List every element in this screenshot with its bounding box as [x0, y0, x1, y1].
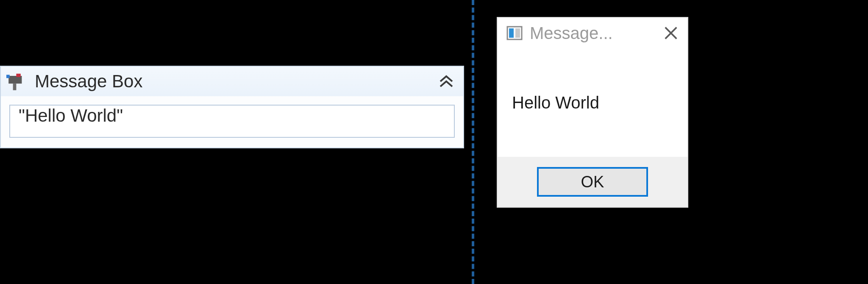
divider — [472, 0, 474, 284]
activity-body: "Hello World" — [1, 96, 463, 146]
svg-rect-3 — [6, 75, 10, 78]
svg-rect-5 — [509, 28, 514, 38]
svg-rect-6 — [515, 28, 520, 38]
message-dialog: Message... Hello World OK — [497, 17, 688, 208]
collapse-icon[interactable] — [437, 72, 456, 91]
ok-button-label: OK — [581, 173, 604, 191]
svg-rect-1 — [16, 74, 20, 77]
mailbox-icon — [5, 69, 30, 94]
activity-titlebar[interactable]: Message Box — [1, 67, 463, 96]
dialog-titlebar[interactable]: Message... — [498, 18, 687, 48]
close-icon[interactable] — [660, 22, 682, 44]
svg-rect-2 — [13, 84, 17, 90]
dialog-footer: OK — [498, 157, 687, 207]
dialog-body: Hello World — [498, 48, 687, 157]
dialog-message-text: Hello World — [512, 93, 599, 112]
dialog-title: Message... — [524, 24, 660, 43]
activity-title: Message Box — [30, 71, 437, 92]
message-text-value: "Hello World" — [19, 106, 123, 125]
message-text-input[interactable]: "Hello World" — [9, 105, 455, 138]
svg-rect-0 — [8, 76, 22, 84]
ok-button[interactable]: OK — [537, 167, 648, 197]
app-icon — [505, 24, 524, 42]
message-box-activity: Message Box "Hello World" — [0, 66, 464, 148]
